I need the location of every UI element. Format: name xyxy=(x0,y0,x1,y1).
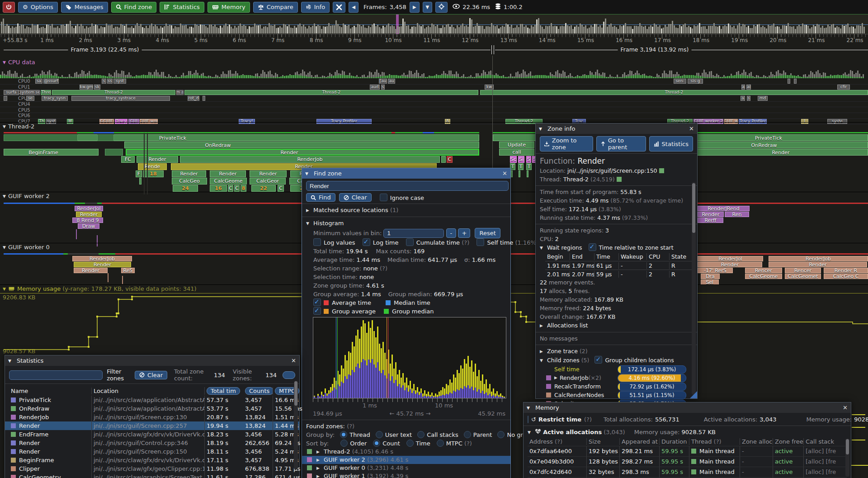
zone-trace-section[interactable]: ▶ Zone trace (2) xyxy=(540,347,693,356)
timeline-zone[interactable] xyxy=(441,156,446,163)
thread-section-header[interactable]: ▼Thread-2 xyxy=(3,123,34,130)
sort-total-time-button[interactable]: Total tim xyxy=(207,387,240,395)
log-time-checkbox[interactable] xyxy=(363,238,370,246)
collapse-caret-icon[interactable]: ▼ xyxy=(527,406,530,410)
statistics-row[interactable]: Render jni/../jni/src/guif/Screen.cpp:15… xyxy=(5,447,299,456)
timeline-zone[interactable]: F xyxy=(136,170,142,177)
cpu-data-section-header[interactable]: ▼CPU data xyxy=(3,59,35,66)
timeline-zone[interactable]: 22 xyxy=(251,185,276,192)
cpu-zone[interactable]: syste xyxy=(827,119,847,124)
cpu-zone[interactable]: GUIF worker 2 xyxy=(693,119,723,124)
close-icon[interactable]: ✕ xyxy=(502,170,507,177)
memory-button[interactable]: Memory xyxy=(208,2,250,13)
cpu-zone[interactable]: a xyxy=(741,85,745,90)
found-zone-row[interactable]: ▶ GUIF worker 0 (3,231) 4.48 s xyxy=(302,464,510,472)
allocations-list-section[interactable]: ▶ Allocations list xyxy=(540,321,693,330)
cpu-zone[interactable]: aud xyxy=(370,85,380,90)
matched-source-locations[interactable]: ▶ Matched source locations (1) xyxy=(306,206,506,215)
find-zone-button[interactable]: Find zone xyxy=(111,2,157,13)
timeline-zone[interactable]: Render xyxy=(137,156,178,163)
cpu-zone[interactable]: M xyxy=(67,119,73,124)
frame-dropdown-button[interactable]: ▼ xyxy=(423,2,433,13)
cpu-zone[interactable]: sis-g xyxy=(688,79,703,84)
cpu-zone[interactable] xyxy=(203,96,205,101)
timeline-zone[interactable]: Render xyxy=(210,170,246,177)
timeline-zone[interactable]: RenderJob xyxy=(769,256,868,261)
timeline-zone[interactable] xyxy=(4,134,78,141)
collapse-caret-icon[interactable]: ▼ xyxy=(8,359,11,363)
group-children-checkbox[interactable] xyxy=(594,356,602,364)
cpu-zone[interactable]: ai xyxy=(746,85,751,90)
timeline-zone[interactable]: CalcGeome xyxy=(745,274,782,279)
found-zone-row[interactable]: ▶ GUIF worker 1 (3,192) 4.39 s xyxy=(302,472,510,478)
cpu-zone[interactable]: Thread-2 xyxy=(184,90,478,95)
timeline-zone[interactable]: CalcGeor xyxy=(250,178,286,185)
cpu-zone[interactable]: sen- xyxy=(674,79,686,84)
timeline-zone[interactable]: Render R xyxy=(824,268,868,273)
cpu-zone[interactable]: A xyxy=(445,119,450,124)
cpu-zone[interactable]: tracy_sysn xyxy=(42,96,68,101)
resize-handle[interactable] xyxy=(690,391,697,398)
show-group-average-checkbox[interactable] xyxy=(313,307,321,315)
memory-usage-section-header[interactable]: ▼Memory usage (y-range: 178.27 KB, visib… xyxy=(3,285,197,292)
cpu-zone[interactable]: s xyxy=(102,79,106,84)
cpu-zone[interactable]: kw.gm xyxy=(80,85,93,90)
find-button[interactable]: Find xyxy=(306,193,335,202)
timeline-zone[interactable]: Rencer xyxy=(745,268,782,273)
frame-bar[interactable]: Frame 3,193 (22.45 ms)Frame 3,194 (13.92… xyxy=(0,44,868,56)
memory-scrollbar[interactable] xyxy=(845,439,849,477)
cpu-zone[interactable]: sk xyxy=(94,85,100,90)
sort-by-time[interactable]: Time xyxy=(406,440,430,447)
statistics-scrollbar[interactable] xyxy=(294,381,298,469)
timeline-zone[interactable] xyxy=(519,170,520,177)
memory-allocation-row[interactable]: 0x7e049b3d00128 bytes298.27 ms 59.95 sMa… xyxy=(528,456,847,467)
cpu-zone[interactable]: m a xyxy=(176,90,184,95)
timeline-zone[interactable]: S xyxy=(526,156,531,163)
group-by-parent[interactable]: Parent xyxy=(464,431,492,438)
thread-section-header[interactable]: ▼GUIF worker 2 xyxy=(3,193,50,199)
timeline-zone[interactable]: C xyxy=(278,185,284,192)
statistics-titlebar[interactable]: ▼ Statistics ✕ xyxy=(5,355,299,366)
collapse-caret-icon[interactable]: ▼ xyxy=(305,171,308,176)
cpu-zone[interactable]: au xyxy=(388,79,395,84)
cpu-zone[interactable]: system se xyxy=(20,90,40,95)
timeline-zone[interactable]: Render xyxy=(769,262,867,267)
bin-minus-button[interactable]: - xyxy=(446,228,457,238)
memory-allocation-row[interactable]: 0x7dfaa64e00192 bytes298.21 ms 59.95 sMa… xyxy=(528,446,847,456)
timeline-zone[interactable]: 18 xyxy=(143,170,164,177)
next-frame-button[interactable]: ▶ xyxy=(410,2,420,13)
cpu-zone[interactable]: tracy_systrace xyxy=(71,96,170,101)
cpu-zone[interactable]: Thread-2 xyxy=(52,90,175,95)
zone-statistics-button[interactable]: Statistics xyxy=(649,136,693,151)
group-by-user-text[interactable]: User text xyxy=(376,431,412,438)
compare-button[interactable]: Compare xyxy=(253,2,298,13)
sort-counts-button[interactable]: Counts xyxy=(245,387,273,395)
timeline-zone[interactable]: -17' RerS xyxy=(698,268,733,273)
statistics-row[interactable]: RenderJob jni/../jni/src/guif/Screen.cpp… xyxy=(5,413,299,421)
child-zone-row[interactable]: RecalcTransform72.92 µs (1.62%) xyxy=(540,382,693,391)
timeline-zone[interactable] xyxy=(105,149,123,156)
cpu-zone[interactable]: surfa xyxy=(4,90,19,95)
close-icon[interactable]: ✕ xyxy=(291,357,296,364)
self-time-checkbox[interactable] xyxy=(476,238,484,246)
log-values-checkbox[interactable] xyxy=(313,238,321,246)
filter-zones-input[interactable] xyxy=(9,370,103,380)
find-zone-titlebar[interactable]: ▼ Find zone ✕ xyxy=(302,168,510,179)
timeline-zone[interactable]: Rende xyxy=(138,163,167,170)
statistics-row[interactable]: CalcGeometry jni/../jni/src/claw/graphic… xyxy=(5,473,299,478)
child-zone-row[interactable]: ▶ RenderJob (×2)4.16 ms (92.60%) xyxy=(540,374,693,382)
timeline-zone[interactable]: RenderJob xyxy=(180,156,440,163)
cumulate-time-checkbox[interactable] xyxy=(406,238,414,246)
cpu-zone[interactable]: Th xyxy=(38,119,45,124)
cpu-zone[interactable]: Tracy Profiler xyxy=(739,119,767,124)
cpu-zone[interactable]: I xyxy=(801,119,808,124)
found-zone-row[interactable]: ▶ Thread-2 (4,105) 6.46 s xyxy=(302,448,510,456)
info-button[interactable]: Info xyxy=(301,2,330,13)
timeline-zone[interactable]: Ren xyxy=(725,212,749,217)
child-zones-section[interactable]: ▼ Child zones (5) Group children locatio… xyxy=(540,356,693,365)
timeline-zone[interactable]: RenderJol xyxy=(698,256,763,261)
cpu-zone[interactable]: GGUIF xyxy=(99,119,114,124)
restrict-time-checkbox[interactable] xyxy=(528,416,528,423)
cpu-zone[interactable] xyxy=(4,96,7,101)
statistics-row[interactable]: PrivateTick jni/../jni/src/claw/applicat… xyxy=(5,396,299,404)
